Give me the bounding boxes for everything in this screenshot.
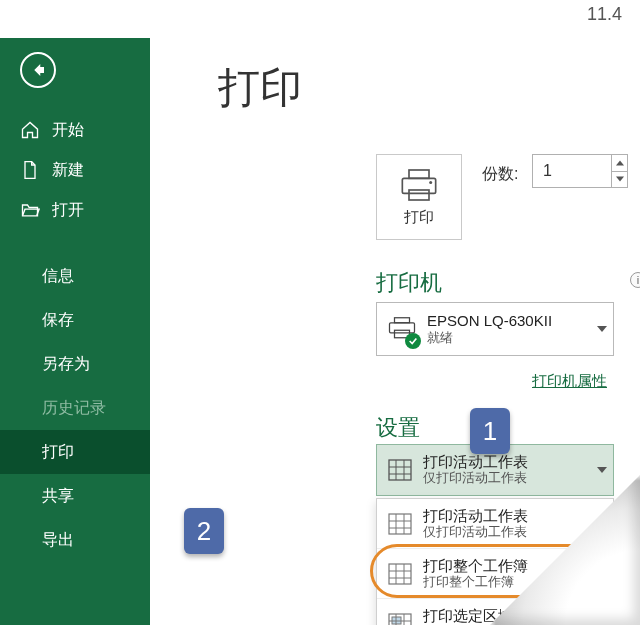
home-icon [20, 120, 40, 140]
sidebar-item-saveas[interactable]: 另存为 [0, 342, 150, 386]
svg-rect-17 [389, 564, 411, 584]
spinner-down[interactable] [612, 172, 627, 188]
printer-info-icon[interactable]: i [630, 272, 640, 288]
copies-input[interactable]: 1 [532, 154, 628, 188]
svg-rect-1 [402, 178, 435, 193]
chevron-down-icon [591, 466, 613, 474]
sidebar-item-open[interactable]: 打开 [0, 190, 150, 230]
svg-rect-0 [409, 170, 429, 178]
dropdown-subtitle: 仅打印活动工作表 [423, 471, 591, 487]
settings-heading: 设置 [376, 413, 420, 443]
sidebar-item-label: 开始 [52, 120, 84, 141]
printer-status-icon [377, 303, 427, 355]
printer-text: EPSON LQ-630KII 就绪 [427, 312, 591, 347]
chevron-down-icon [591, 325, 613, 333]
svg-rect-7 [389, 460, 411, 480]
back-button[interactable] [20, 52, 56, 88]
sidebar-item-start[interactable]: 开始 [0, 110, 150, 150]
sidebar-item-label: 信息 [42, 266, 74, 287]
sidebar-item-export[interactable]: 导出 [0, 518, 150, 562]
print-button-label: 打印 [404, 208, 434, 227]
sidebar-item-history: 历史记录 [0, 386, 150, 430]
svg-rect-2 [409, 190, 429, 200]
sidebar-item-print[interactable]: 打印 [0, 430, 150, 474]
print-button[interactable]: 打印 [376, 154, 462, 240]
svg-point-3 [429, 181, 432, 184]
printer-status: 就绪 [427, 330, 591, 346]
svg-rect-5 [390, 323, 415, 333]
sidebar-item-label: 保存 [42, 310, 74, 331]
printer-selector[interactable]: EPSON LQ-630KII 就绪 [376, 302, 614, 356]
workbook-grid-icon [377, 563, 423, 585]
svg-rect-4 [395, 318, 410, 323]
option-title: 打印活动工作表 [423, 507, 613, 525]
copies-value: 1 [533, 155, 611, 187]
spinner-up[interactable] [612, 155, 627, 172]
printer-heading: 打印机 [376, 268, 442, 298]
worksheet-grid-icon [377, 513, 423, 535]
arrow-left-icon [29, 61, 47, 79]
page-title: 打印 [150, 38, 640, 126]
sidebar-item-label: 导出 [42, 530, 74, 551]
dropdown-title: 打印活动工作表 [423, 453, 591, 471]
check-icon [405, 333, 421, 349]
sidebar-item-share[interactable]: 共享 [0, 474, 150, 518]
sidebar-item-label: 共享 [42, 486, 74, 507]
dropdown-text: 打印活动工作表 仅打印活动工作表 [423, 453, 591, 487]
sidebar-item-label: 历史记录 [42, 398, 106, 419]
copies-spinner [611, 155, 627, 187]
copies-label: 份数: [482, 164, 518, 185]
printer-name: EPSON LQ-630KII [427, 312, 591, 331]
printer-properties-link[interactable]: 打印机属性 [532, 372, 607, 391]
printer-icon [399, 168, 439, 202]
selection-grid-icon [377, 613, 423, 625]
sidebar-item-label: 新建 [52, 160, 84, 181]
svg-rect-12 [389, 514, 411, 534]
backstage-sidebar: 开始 新建 打开 信息 保存 另存为 历史记录 打印 共享 导出 [0, 38, 150, 625]
sidebar-item-info[interactable]: 信息 [0, 254, 150, 298]
file-icon [20, 160, 40, 180]
sidebar-item-label: 打开 [52, 200, 84, 221]
sidebar-item-save[interactable]: 保存 [0, 298, 150, 342]
version-label: 11.4 [587, 4, 622, 25]
sidebar-item-label: 另存为 [42, 354, 90, 375]
folder-icon [20, 200, 40, 220]
callout-badge-1: 1 [470, 408, 510, 454]
sidebar-item-label: 打印 [42, 442, 74, 463]
callout-badge-2: 2 [184, 508, 224, 554]
sidebar-item-new[interactable]: 新建 [0, 150, 150, 190]
worksheet-grid-icon [377, 459, 423, 481]
